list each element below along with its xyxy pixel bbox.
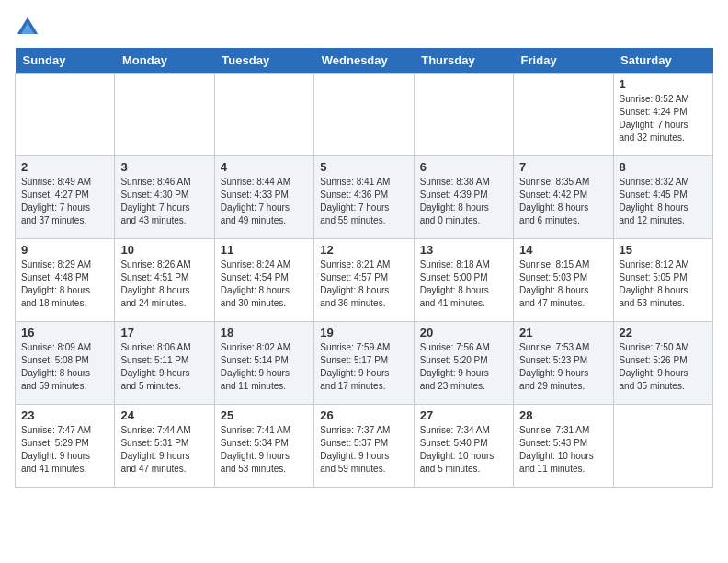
day-number: 19	[320, 326, 407, 339]
calendar-week-3: 9Sunrise: 8:29 AM Sunset: 4:48 PM Daylig…	[16, 239, 713, 322]
calendar-cell: 1Sunrise: 8:52 AM Sunset: 4:24 PM Daylig…	[613, 74, 712, 156]
day-number: 8	[620, 160, 707, 174]
day-header-friday: Friday	[514, 48, 613, 74]
calendar-cell	[115, 74, 214, 156]
day-info: Sunrise: 8:24 AM Sunset: 4:54 PM Dayligh…	[221, 259, 308, 310]
day-info: Sunrise: 8:06 AM Sunset: 5:11 PM Dayligh…	[120, 341, 208, 393]
calendar-cell: 5Sunrise: 8:41 AM Sunset: 4:36 PM Daylig…	[314, 156, 414, 239]
calendar-cell: 27Sunrise: 7:34 AM Sunset: 5:40 PM Dayli…	[414, 405, 513, 488]
calendar-cell: 4Sunrise: 8:44 AM Sunset: 4:33 PM Daylig…	[214, 156, 313, 239]
day-info: Sunrise: 7:50 AM Sunset: 5:26 PM Dayligh…	[620, 341, 707, 393]
calendar-cell: 21Sunrise: 7:53 AM Sunset: 5:23 PM Dayli…	[514, 322, 613, 405]
day-info: Sunrise: 7:37 AM Sunset: 5:37 PM Dayligh…	[320, 424, 407, 476]
day-info: Sunrise: 8:12 AM Sunset: 5:05 PM Dayligh…	[620, 259, 707, 310]
day-number: 27	[420, 408, 507, 422]
calendar-cell	[613, 405, 712, 488]
day-number: 2	[21, 160, 108, 174]
logo	[15, 15, 44, 40]
calendar-week-1: 1Sunrise: 8:52 AM Sunset: 4:24 PM Daylig…	[16, 74, 713, 156]
day-info: Sunrise: 8:46 AM Sunset: 4:30 PM Dayligh…	[120, 176, 208, 227]
day-info: Sunrise: 8:41 AM Sunset: 4:36 PM Dayligh…	[320, 176, 407, 227]
day-info: Sunrise: 7:47 AM Sunset: 5:29 PM Dayligh…	[21, 424, 108, 476]
calendar-cell: 10Sunrise: 8:26 AM Sunset: 4:51 PM Dayli…	[115, 239, 214, 322]
day-info: Sunrise: 8:49 AM Sunset: 4:27 PM Dayligh…	[21, 176, 108, 227]
day-info: Sunrise: 8:18 AM Sunset: 5:00 PM Dayligh…	[420, 259, 507, 310]
day-info: Sunrise: 7:41 AM Sunset: 5:34 PM Dayligh…	[221, 424, 308, 476]
day-info: Sunrise: 8:09 AM Sunset: 5:08 PM Dayligh…	[21, 341, 108, 393]
logo-icon	[15, 15, 40, 40]
calendar-cell: 3Sunrise: 8:46 AM Sunset: 4:30 PM Daylig…	[115, 156, 214, 239]
calendar-cell: 7Sunrise: 8:35 AM Sunset: 4:42 PM Daylig…	[514, 156, 613, 239]
calendar-cell: 24Sunrise: 7:44 AM Sunset: 5:31 PM Dayli…	[115, 405, 214, 488]
day-header-wednesday: Wednesday	[314, 48, 414, 74]
day-number: 23	[21, 408, 108, 422]
calendar-cell	[314, 74, 414, 156]
day-number: 17	[120, 326, 208, 339]
day-number: 3	[120, 160, 208, 174]
day-header-thursday: Thursday	[414, 48, 513, 74]
day-number: 1	[620, 77, 707, 91]
day-number: 25	[221, 408, 308, 422]
calendar-cell: 17Sunrise: 8:06 AM Sunset: 5:11 PM Dayli…	[115, 322, 214, 405]
day-info: Sunrise: 7:34 AM Sunset: 5:40 PM Dayligh…	[420, 424, 507, 476]
days-header: SundayMondayTuesdayWednesdayThursdayFrid…	[16, 48, 713, 74]
calendar-cell	[514, 74, 613, 156]
calendar-table: SundayMondayTuesdayWednesdayThursdayFrid…	[15, 48, 713, 488]
day-info: Sunrise: 8:26 AM Sunset: 4:51 PM Dayligh…	[120, 259, 208, 310]
calendar-cell: 11Sunrise: 8:24 AM Sunset: 4:54 PM Dayli…	[214, 239, 313, 322]
day-header-saturday: Saturday	[613, 48, 712, 74]
day-info: Sunrise: 8:38 AM Sunset: 4:39 PM Dayligh…	[420, 176, 507, 227]
day-number: 12	[320, 243, 407, 257]
calendar-week-4: 16Sunrise: 8:09 AM Sunset: 5:08 PM Dayli…	[16, 322, 713, 405]
calendar-cell: 12Sunrise: 8:21 AM Sunset: 4:57 PM Dayli…	[314, 239, 414, 322]
day-info: Sunrise: 7:31 AM Sunset: 5:43 PM Dayligh…	[519, 424, 607, 476]
day-number: 11	[221, 243, 308, 257]
day-number: 13	[420, 243, 507, 257]
calendar-cell	[414, 74, 513, 156]
day-number: 5	[320, 160, 407, 174]
day-header-sunday: Sunday	[16, 48, 115, 74]
day-number: 6	[420, 160, 507, 174]
day-number: 18	[221, 326, 308, 339]
calendar-cell	[16, 74, 115, 156]
calendar-cell: 13Sunrise: 8:18 AM Sunset: 5:00 PM Dayli…	[414, 239, 513, 322]
day-number: 15	[620, 243, 707, 257]
calendar-cell: 19Sunrise: 7:59 AM Sunset: 5:17 PM Dayli…	[314, 322, 414, 405]
day-number: 4	[221, 160, 308, 174]
calendar-cell: 22Sunrise: 7:50 AM Sunset: 5:26 PM Dayli…	[613, 322, 712, 405]
day-header-monday: Monday	[115, 48, 214, 74]
calendar-cell: 6Sunrise: 8:38 AM Sunset: 4:39 PM Daylig…	[414, 156, 513, 239]
day-info: Sunrise: 8:15 AM Sunset: 5:03 PM Dayligh…	[519, 259, 607, 310]
day-number: 21	[519, 326, 607, 339]
calendar-cell: 2Sunrise: 8:49 AM Sunset: 4:27 PM Daylig…	[16, 156, 115, 239]
day-number: 14	[519, 243, 607, 257]
calendar-cell: 8Sunrise: 8:32 AM Sunset: 4:45 PM Daylig…	[613, 156, 712, 239]
calendar-cell: 18Sunrise: 8:02 AM Sunset: 5:14 PM Dayli…	[214, 322, 313, 405]
day-info: Sunrise: 8:02 AM Sunset: 5:14 PM Dayligh…	[221, 341, 308, 393]
day-info: Sunrise: 7:53 AM Sunset: 5:23 PM Dayligh…	[519, 341, 607, 393]
calendar-cell: 26Sunrise: 7:37 AM Sunset: 5:37 PM Dayli…	[314, 405, 414, 488]
day-number: 9	[21, 243, 108, 257]
day-number: 22	[620, 326, 707, 339]
day-info: Sunrise: 8:32 AM Sunset: 4:45 PM Dayligh…	[620, 176, 707, 227]
calendar-cell: 9Sunrise: 8:29 AM Sunset: 4:48 PM Daylig…	[16, 239, 115, 322]
calendar-cell: 28Sunrise: 7:31 AM Sunset: 5:43 PM Dayli…	[514, 405, 613, 488]
calendar-cell: 25Sunrise: 7:41 AM Sunset: 5:34 PM Dayli…	[214, 405, 313, 488]
calendar-cell: 20Sunrise: 7:56 AM Sunset: 5:20 PM Dayli…	[414, 322, 513, 405]
calendar-cell: 14Sunrise: 8:15 AM Sunset: 5:03 PM Dayli…	[514, 239, 613, 322]
calendar-cell	[214, 74, 313, 156]
calendar-week-2: 2Sunrise: 8:49 AM Sunset: 4:27 PM Daylig…	[16, 156, 713, 239]
day-number: 16	[21, 326, 108, 339]
day-number: 26	[320, 408, 407, 422]
day-header-tuesday: Tuesday	[214, 48, 313, 74]
calendar-cell: 23Sunrise: 7:47 AM Sunset: 5:29 PM Dayli…	[16, 405, 115, 488]
day-info: Sunrise: 7:56 AM Sunset: 5:20 PM Dayligh…	[420, 341, 507, 393]
calendar-header-row: SundayMondayTuesdayWednesdayThursdayFrid…	[16, 48, 713, 74]
day-info: Sunrise: 8:21 AM Sunset: 4:57 PM Dayligh…	[320, 259, 407, 310]
calendar-header	[15, 15, 713, 40]
day-number: 28	[519, 408, 607, 422]
day-info: Sunrise: 8:44 AM Sunset: 4:33 PM Dayligh…	[221, 176, 308, 227]
day-number: 7	[519, 160, 607, 174]
day-info: Sunrise: 8:52 AM Sunset: 4:24 PM Dayligh…	[620, 93, 707, 144]
calendar-cell: 15Sunrise: 8:12 AM Sunset: 5:05 PM Dayli…	[613, 239, 712, 322]
